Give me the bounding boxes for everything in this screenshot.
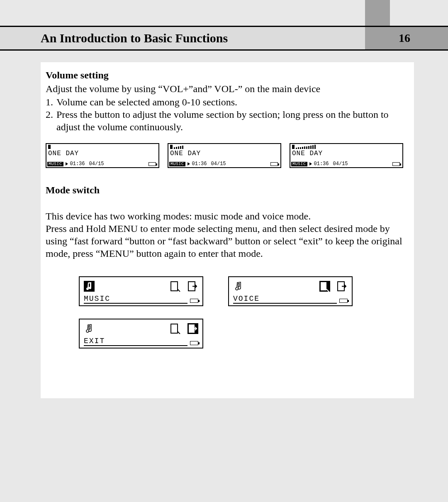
battery-icon (270, 162, 278, 166)
music-note-icon (84, 323, 95, 334)
volume-lcd-row: ONE DAY MUSIC 01:36 04/15 ONE DAY MUSIC (46, 143, 406, 168)
svg-rect-2 (321, 282, 326, 290)
volume-tick (312, 145, 314, 149)
volume-tick (302, 147, 303, 149)
mode-paragraph: This device has two working modes: music… (46, 210, 406, 260)
volume-tick (176, 147, 177, 149)
speaker-icon (292, 145, 295, 149)
lcd-time: 01:36 (192, 161, 207, 167)
lcd-time: 01:36 (70, 161, 85, 167)
volume-tick (296, 148, 297, 149)
voice-mic-icon (170, 281, 181, 292)
lcd-track-index: 04/15 (211, 161, 226, 167)
mode-heading: Mode switch (46, 185, 406, 196)
lcd-mode-badge: MUSIC (291, 162, 307, 166)
list-number: 1. (46, 96, 56, 108)
play-icon (66, 162, 68, 166)
volume-heading: Volume setting (46, 70, 406, 81)
mode-icon-row (84, 280, 198, 293)
svg-rect-4 (171, 324, 178, 333)
mode-lcd-exit: EXIT (79, 319, 203, 348)
lcd-track-name: ONE DAY (292, 150, 323, 157)
list-text: Volume can be selected among 0-10 sectio… (56, 96, 406, 108)
list-number: 2. (46, 108, 56, 133)
volume-tick (180, 146, 181, 149)
exit-door-icon (187, 323, 198, 334)
mode-lcd-voice: VOICE (228, 276, 353, 306)
exit-door-icon (187, 281, 198, 292)
mode-lcd-music: MUSIC (79, 276, 203, 306)
volume-tick (178, 146, 179, 149)
battery-icon (339, 299, 348, 303)
page-tab-marker (365, 0, 390, 26)
battery-icon (392, 162, 400, 166)
volume-tick (174, 147, 175, 149)
page-title: An Introduction to Basic Functions (0, 27, 365, 49)
play-icon (187, 162, 190, 166)
battery-icon (190, 341, 198, 345)
voice-mic-icon (170, 323, 181, 334)
volume-tick (298, 147, 299, 149)
volume-tick (300, 147, 301, 149)
volume-indicator (170, 145, 184, 149)
page-content: Volume setting Adjust the volume by usin… (41, 62, 414, 398)
lcd-track-index: 04/15 (89, 161, 104, 167)
play-icon (309, 162, 312, 166)
lcd-screen: ONE DAY MUSIC 01:36 04/15 (46, 143, 159, 168)
speaker-icon (170, 145, 173, 149)
lcd-status-bar: MUSIC 01:36 04/15 (168, 161, 280, 167)
list-item: 2. Press the button to adjust the volume… (46, 108, 406, 133)
voice-mic-icon (319, 281, 330, 292)
mode-lcd-grid: MUSIC VOICE (79, 276, 406, 348)
list-text: Press the button to adjust the volume se… (56, 108, 406, 133)
lcd-screen: ONE DAY MUSIC 01:36 04/15 (290, 143, 403, 168)
lcd-time: 01:36 (314, 161, 329, 167)
svg-rect-0 (171, 282, 178, 291)
volume-tick (304, 146, 305, 149)
volume-tick (182, 146, 183, 149)
music-note-icon (84, 281, 95, 292)
volume-tick (310, 146, 312, 149)
lcd-mode-badge: MUSIC (47, 162, 63, 166)
volume-intro: Adjust the volume by using “VOL+”and” VO… (46, 83, 406, 95)
music-note-icon (233, 281, 244, 292)
volume-tick (306, 146, 307, 149)
exit-door-icon (337, 281, 348, 292)
volume-indicator (48, 145, 52, 149)
page-number: 16 (365, 27, 448, 49)
lcd-track-name: ONE DAY (170, 150, 201, 157)
volume-list: 1. Volume can be selected among 0-10 sec… (46, 96, 406, 133)
lcd-status-bar: MUSIC 01:36 04/15 (46, 161, 158, 167)
list-item: 1. Volume can be selected among 0-10 sec… (46, 96, 406, 108)
lcd-screen: ONE DAY MUSIC 01:36 04/15 (168, 143, 281, 168)
battery-icon (190, 299, 198, 303)
battery-icon (149, 162, 156, 166)
lcd-status-bar: MUSIC 01:36 04/15 (290, 161, 402, 167)
lcd-mode-badge: MUSIC (169, 162, 185, 166)
volume-tick (314, 145, 316, 149)
mode-label: EXIT (84, 337, 187, 346)
mode-icon-row (233, 280, 348, 293)
volume-indicator (292, 145, 317, 149)
mode-label: MUSIC (84, 295, 187, 304)
speaker-icon (48, 145, 51, 149)
lcd-track-name: ONE DAY (48, 150, 79, 157)
page-header: An Introduction to Basic Functions 16 (0, 26, 448, 51)
mode-icon-row (84, 322, 198, 335)
volume-tick (308, 146, 309, 149)
mode-label: VOICE (233, 295, 337, 304)
lcd-track-index: 04/15 (333, 161, 348, 167)
